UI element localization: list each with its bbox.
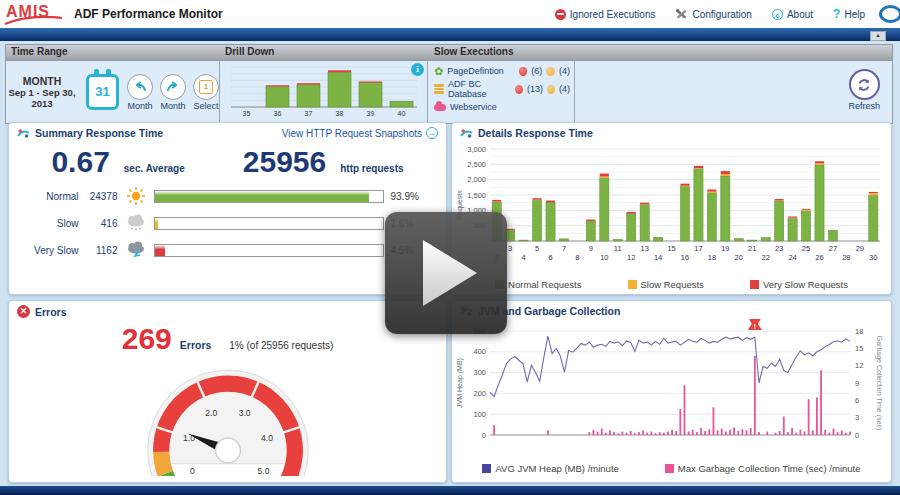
top-header: AMIS ADF Performance Monitor Ignored Exe… (0, 0, 900, 28)
svg-text:7: 7 (562, 244, 566, 253)
red-count-icon (519, 67, 528, 76)
drill-down-chart[interactable]: 353637383940 (225, 63, 423, 121)
slow-exec-row-webservice[interactable]: Webservice (434, 102, 570, 112)
avg-response-value: 0.67 (51, 145, 109, 179)
svg-text:0: 0 (482, 431, 486, 440)
svg-text:12: 12 (627, 253, 635, 262)
svg-text:26: 26 (815, 253, 823, 262)
svg-text:6: 6 (855, 396, 859, 405)
svg-text:20: 20 (735, 253, 743, 262)
metric-count: 1162 (86, 245, 118, 256)
video-play-overlay[interactable] (385, 212, 507, 334)
refresh-label: Refresh (848, 101, 880, 111)
svg-text:40: 40 (397, 110, 405, 117)
errors-panel-title: Errors (35, 306, 67, 318)
section-title-time-range: Time Range (11, 46, 68, 57)
legend-item: Normal Requests (495, 279, 581, 290)
menu-label: About (787, 9, 813, 20)
svg-text:35: 35 (242, 110, 250, 117)
refresh-button[interactable]: Refresh (848, 69, 880, 111)
svg-text:8: 8 (575, 253, 579, 262)
menu-item-configuration[interactable]: Configuration (675, 8, 751, 20)
svg-text:Garbage Collection Time (sec): Garbage Collection Time (sec) (875, 336, 883, 431)
metric-bar-fill (155, 191, 369, 202)
svg-text:1,500: 1,500 (467, 191, 486, 200)
metric-bar-fill (155, 245, 165, 256)
yellow-count: (4) (559, 84, 570, 94)
time-range-dates: MONTH Sep 1 - Sep 30, 2013 (6, 75, 78, 109)
database-stack-icon (434, 84, 444, 94)
menu-item-about[interactable]: c About (772, 9, 813, 20)
errors-value: 269 (122, 322, 172, 356)
metric-count: 416 (86, 218, 118, 229)
svg-text:14: 14 (654, 253, 662, 262)
amis-logo-swoosh (4, 16, 64, 25)
amis-logo: AMIS (6, 3, 64, 25)
metric-bar-fill (155, 218, 159, 229)
red-count-icon (515, 85, 523, 94)
svg-text:29: 29 (856, 244, 864, 253)
tools-icon (675, 8, 688, 20)
view-snapshots-label: View HTTP Request Snapshots (282, 128, 422, 139)
svg-text:5: 5 (535, 244, 539, 253)
error-x-icon: ✕ (17, 305, 30, 318)
jvm-garbage-collection-panel: JVM and Garbage Collection 0100200300400… (451, 300, 892, 483)
http-requests-unit: http requests (340, 163, 403, 174)
svg-text:400: 400 (473, 347, 486, 356)
svg-text:2,000: 2,000 (467, 175, 486, 184)
next-month-label: Month (160, 101, 185, 111)
prev-month-button[interactable]: Month (127, 74, 153, 111)
yellow-count-icon (547, 85, 555, 94)
menu-item-help[interactable]: ? Help (833, 7, 865, 21)
svg-text:200: 200 (473, 389, 486, 398)
red-count: (6) (531, 66, 542, 76)
metric-count: 24378 (86, 191, 118, 202)
select-date-button[interactable]: 1 Select (193, 74, 219, 111)
time-range-value: Sep 1 - Sep 30, 2013 (6, 87, 78, 109)
svg-text:11: 11 (614, 244, 622, 253)
toolbar-section-headers: Time Range Drill Down Slow Executions (6, 45, 892, 61)
svg-text:9: 9 (589, 244, 593, 253)
metric-row-normal: Normal 24378 93.9% (9, 186, 446, 206)
calendar-icon[interactable]: 31 (86, 74, 119, 110)
cloud-icon (434, 104, 446, 111)
svg-text:4.0: 4.0 (261, 433, 273, 443)
summary-stats: 0.67 sec. Average 25956 http requests (9, 145, 446, 179)
metric-label: Normal (27, 191, 79, 202)
bubble-logo-icon (879, 5, 900, 23)
yellow-count-icon (546, 67, 555, 76)
slow-exec-row-pagedefinition[interactable]: ✿ PageDefintion (6) (4) (434, 66, 570, 76)
slow-exec-row-adf-bc-database[interactable]: ADF BC Database (13) (4) (434, 79, 570, 99)
menu-label: Configuration (692, 9, 751, 20)
time-range-mode: MONTH (6, 75, 78, 87)
svg-text:18: 18 (708, 253, 716, 262)
info-icon[interactable]: i (411, 63, 424, 76)
toolbar: Time Range Drill Down Slow Executions MO… (5, 44, 893, 124)
menu-item-ignored-executions[interactable]: Ignored Executions (555, 9, 656, 20)
menu-label: Ignored Executions (570, 9, 656, 20)
svg-text:3.0: 3.0 (238, 408, 250, 418)
section-title-slow-executions: Slow Executions (434, 46, 513, 57)
details-response-chart: 5001,0001,5002,0002,5003,000Requests2345… (452, 141, 889, 275)
top-menu: Ignored Executions Configuration c About… (555, 7, 865, 21)
svg-text:100: 100 (473, 410, 486, 419)
scroll-up-arrow[interactable]: ▲ (870, 31, 886, 41)
svg-text:36: 36 (273, 110, 281, 117)
svg-text:22: 22 (762, 253, 770, 262)
details-response-time-panel: Details Response Time 5001,0001,5002,000… (451, 122, 892, 295)
jvm-gc-chart: 01002003004005000369121518JVM Heap (MB)G… (452, 319, 889, 459)
metric-label: Slow (27, 218, 79, 229)
http-requests-value: 25956 (243, 145, 326, 179)
svg-text:3,000: 3,000 (467, 145, 486, 154)
legend-item: Max Garbage Collection Time (sec) /minut… (665, 463, 861, 474)
svg-text:23: 23 (775, 244, 783, 253)
view-snapshots-link[interactable]: View HTTP Request Snapshots → (282, 127, 438, 139)
legend-item: Very Slow Requests (750, 279, 848, 290)
metric-label: Very Slow (27, 245, 79, 256)
svg-text:18: 18 (855, 327, 863, 336)
svg-text:15: 15 (667, 244, 675, 253)
svg-text:13: 13 (640, 244, 648, 253)
next-month-button[interactable]: Month (160, 74, 186, 111)
app-title: ADF Performance Monitor (74, 7, 223, 21)
svg-text:39: 39 (366, 110, 374, 117)
